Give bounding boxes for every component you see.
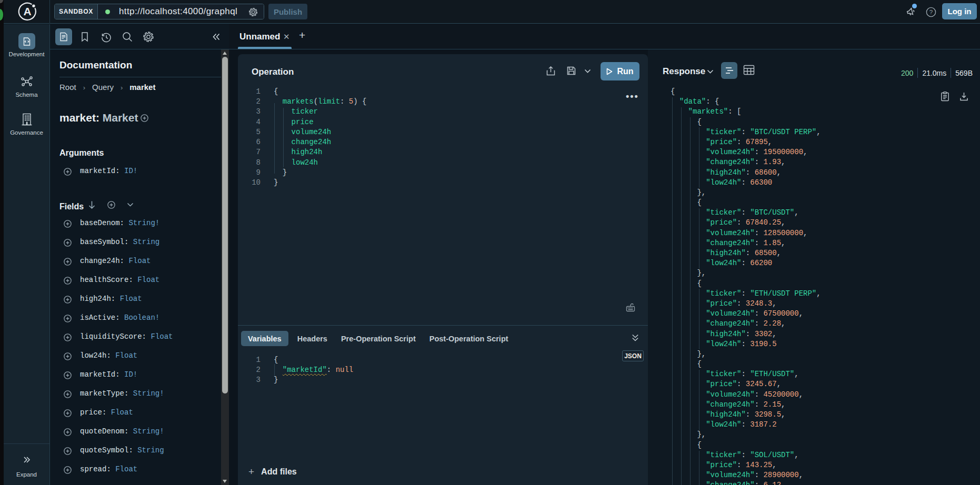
svg-text:A: A	[23, 5, 31, 17]
svg-text:?: ?	[929, 9, 933, 15]
